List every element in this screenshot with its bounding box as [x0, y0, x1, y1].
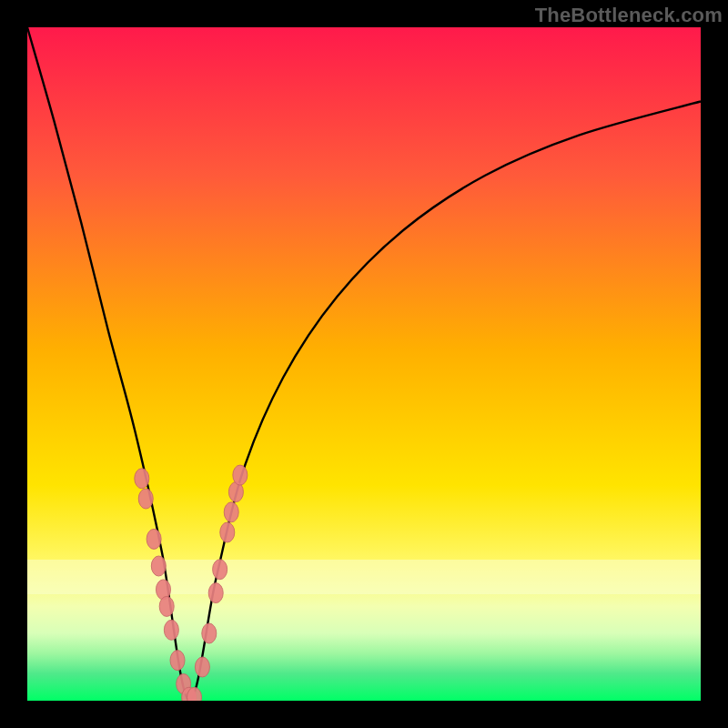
watermark-text: TheBottleneck.com: [535, 4, 723, 27]
plot-area: [27, 27, 701, 701]
bottleneck-curve: [27, 27, 701, 701]
chart-stage: TheBottleneck.com: [0, 0, 728, 728]
